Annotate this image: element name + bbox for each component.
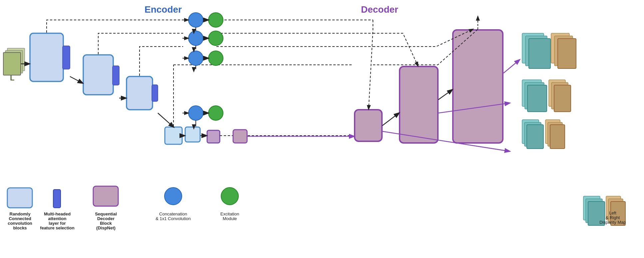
diagram-container: Encoder Decoder L: [0, 0, 644, 258]
encoder-block-1: [30, 33, 63, 81]
decoder-block-small: [355, 110, 382, 141]
svg-text:attention: attention: [48, 216, 67, 221]
bottleneck-2: [185, 127, 200, 142]
svg-text:Block: Block: [100, 221, 112, 226]
concat-circle-4-blue: [188, 106, 203, 120]
svg-rect-39: [554, 85, 571, 112]
svg-text:Connected: Connected: [9, 216, 31, 221]
legend-decoder-block: [93, 186, 118, 206]
svg-text:(DispNet): (DispNet): [96, 225, 116, 230]
bottleneck-purple: [207, 130, 220, 143]
svg-rect-42: [527, 125, 543, 149]
decoder-block-medium: [400, 66, 438, 143]
excitation-circle-2-green: [208, 31, 223, 46]
excitation-circle-4-green: [208, 106, 223, 120]
svg-rect-45: [550, 125, 565, 149]
svg-text:Excitation: Excitation: [220, 211, 239, 216]
decoder-bottleneck: [233, 130, 247, 143]
svg-text:& Right: & Right: [606, 215, 620, 220]
svg-rect-3: [3, 53, 21, 75]
svg-text:Concatenation: Concatenation: [159, 211, 187, 216]
svg-text:Decoder: Decoder: [97, 216, 115, 221]
input-label: L: [10, 74, 14, 82]
excitation-circle-1-green: [208, 13, 223, 27]
legend-randomly-label-1: Randomly: [10, 211, 31, 216]
svg-rect-30: [529, 39, 550, 68]
svg-text:feature selection: feature selection: [40, 225, 74, 230]
legend-blue-block: [7, 188, 32, 208]
svg-text:layer for: layer for: [49, 221, 66, 226]
legend-excitation-circle: [221, 188, 238, 205]
svg-text:Disparity Map: Disparity Map: [599, 220, 626, 225]
svg-rect-36: [527, 85, 547, 112]
decoder-label: Decoder: [361, 4, 398, 15]
svg-text:Left: Left: [609, 210, 616, 215]
architecture-diagram: Encoder Decoder L: [0, 0, 644, 258]
attention-bar-1: [63, 46, 70, 69]
svg-text:convolution: convolution: [8, 221, 32, 226]
encoder-label: Encoder: [145, 4, 182, 15]
legend-multi-label: Multi-headed: [44, 211, 71, 216]
attention-bar-3: [152, 85, 158, 101]
concat-circle-1-blue: [188, 13, 203, 27]
concat-circle-2-blue: [188, 31, 203, 46]
encoder-block-3: [127, 76, 153, 110]
svg-text:Sequential: Sequential: [95, 211, 117, 216]
concat-circle-3-blue: [188, 51, 203, 65]
svg-rect-33: [558, 39, 576, 68]
excitation-circle-3-green: [208, 51, 223, 65]
attention-bar-2: [113, 66, 119, 85]
svg-text:blocks: blocks: [13, 225, 27, 230]
encoder-block-2: [83, 55, 113, 95]
legend-attention-bar: [53, 190, 61, 208]
decoder-block-large: [453, 30, 503, 143]
svg-text:& 1x1 Convolution: & 1x1 Convolution: [156, 216, 191, 221]
svg-text:Module: Module: [223, 216, 237, 221]
bottleneck-1: [165, 127, 182, 144]
legend-concat-circle: [164, 188, 182, 205]
